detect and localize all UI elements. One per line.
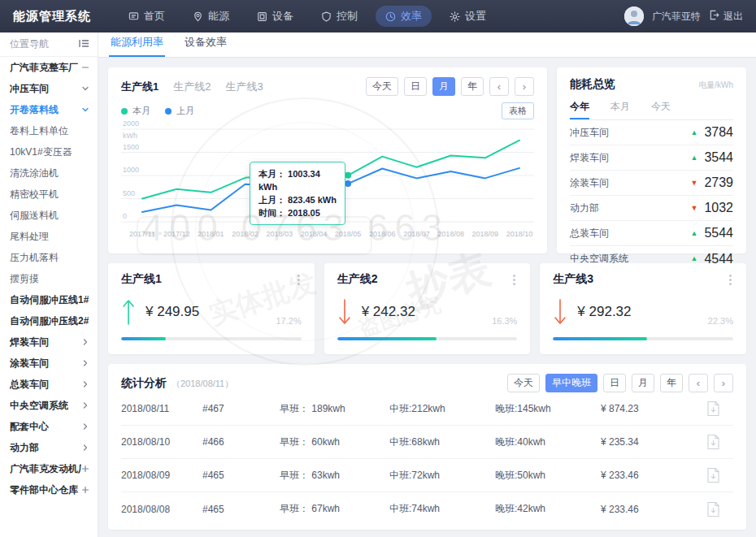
stat-card-percent: 22.3%	[708, 316, 733, 326]
cell-date: 2018/08/09	[121, 470, 202, 481]
sidebar-item-label: 摆剪摸	[10, 272, 39, 286]
avatar[interactable]	[624, 6, 644, 26]
sidebar-item-8[interactable]: 尾料处理	[0, 226, 98, 247]
stats-button-3[interactable]: 月	[632, 374, 654, 392]
stats-button-0[interactable]: 今天	[507, 374, 540, 392]
nav-item-label: 控制	[337, 9, 358, 24]
overview-title: 能耗总览	[570, 77, 615, 92]
sidebar-item-4[interactable]: 10kV1#变压器	[0, 141, 98, 162]
stats-button-6[interactable]: ›	[714, 374, 733, 392]
tab-0[interactable]: 能源利用率	[109, 30, 165, 57]
sidebar: 位置导航 广汽菲克整车厂冲压车间开卷落料线卷料上料单位10kV1#变压器清洗涂油…	[0, 32, 98, 537]
download-button[interactable]	[706, 501, 733, 518]
navbar-right: 广汽菲亚特 退出	[624, 6, 743, 26]
sidebar-item-label: 尾料处理	[10, 230, 49, 244]
settings-icon	[450, 11, 460, 22]
download-button[interactable]	[706, 401, 733, 417]
range-button-1[interactable]: 日	[404, 77, 427, 96]
chevron-right-icon	[81, 359, 89, 367]
kebab-menu-icon[interactable]	[296, 273, 302, 287]
cell-night: 晚班:42kwh	[495, 502, 601, 516]
kebab-menu-icon[interactable]	[511, 273, 517, 287]
range-button-4[interactable]: ‹	[489, 77, 509, 96]
range-button-0[interactable]: 今天	[366, 77, 398, 96]
cell-date: 2018/08/10	[121, 436, 202, 448]
svg-text:2018/05: 2018/05	[335, 230, 362, 238]
sidebar-item-6[interactable]: 精密校平机	[0, 184, 98, 205]
stats-title-wrap: 统计分析 （2018/08/11）	[121, 376, 233, 391]
sidebar-item-5[interactable]: 清洗涂油机	[0, 162, 98, 184]
nav-item-efficiency[interactable]: 效率	[376, 6, 432, 27]
tab-1[interactable]: 设备效率	[183, 30, 228, 57]
sidebar-item-0[interactable]: 广汽菲克整车厂	[0, 57, 98, 78]
range-button-3[interactable]: 年	[461, 77, 484, 96]
sidebar-item-label: 10kV1#变压器	[10, 145, 72, 159]
home-icon	[128, 11, 139, 22]
overview-row-label: 焊装车间	[570, 151, 609, 165]
sidebar-item-16[interactable]: 中央空调系统	[0, 395, 98, 416]
legend-dot	[121, 108, 128, 115]
sidebar-item-label: 焊装车间	[10, 336, 49, 349]
chart-legend-row: 本月上月 表格	[121, 102, 534, 119]
sidebar-item-1[interactable]: 冲压车间	[0, 78, 98, 99]
chart-range-buttons: 今天日月年‹›	[366, 77, 534, 96]
sidebar-item-label: 总装车间	[10, 378, 49, 392]
range-button-2[interactable]: 月	[432, 77, 455, 96]
overview-tab-2[interactable]: 今天	[651, 97, 671, 119]
kebab-menu-icon[interactable]	[728, 273, 733, 287]
line-tab-3[interactable]: 生产线3	[225, 80, 263, 94]
progress-fill	[337, 337, 437, 340]
efficiency-icon	[385, 11, 396, 22]
line-tab-2[interactable]: 生产线2	[173, 80, 211, 94]
nav-item-energy[interactable]: 能源	[183, 6, 239, 27]
minus-icon	[81, 63, 89, 71]
stat-card-2: 生产线2¥ 242.3216.3%	[324, 263, 531, 354]
stats-button-4[interactable]: 年	[660, 374, 683, 392]
collapse-icon[interactable]	[79, 39, 89, 50]
nav-item-device[interactable]: 设备	[247, 6, 303, 27]
trend-arrow-down-icon	[553, 298, 567, 326]
stats-button-2[interactable]: 日	[603, 374, 626, 392]
sidebar-item-13[interactable]: 焊装车间	[0, 331, 98, 353]
overview-tab-1[interactable]: 本月	[610, 97, 630, 119]
sidebar-item-10[interactable]: 摆剪摸	[0, 268, 98, 289]
table-row: 2018/08/11#467早班： 189kwh中班:212kwh晚班:145k…	[121, 392, 733, 426]
overview-tab-0[interactable]: 今年	[570, 97, 589, 119]
sidebar-item-14[interactable]: 涂装车间	[0, 353, 98, 374]
svg-text:1000: 1000	[123, 166, 139, 174]
sidebar-item-17[interactable]: 配套中心	[0, 416, 98, 437]
sidebar-item-2[interactable]: 开卷落料线	[0, 99, 98, 120]
nav-item-home[interactable]: 首页	[119, 6, 175, 27]
nav-item-settings[interactable]: 设置	[440, 6, 496, 27]
sidebar-item-3[interactable]: 卷料上料单位	[0, 120, 98, 141]
sidebar-item-12[interactable]: 自动伺服冲压线2#	[0, 310, 98, 331]
stats-button-1[interactable]: 早中晚班	[545, 374, 597, 392]
logout-button[interactable]: 退出	[709, 10, 743, 24]
range-button-5[interactable]: ›	[515, 77, 534, 96]
nav-item-control[interactable]: 控制	[311, 6, 367, 27]
sidebar-item-9[interactable]: 压力机落料	[0, 247, 98, 268]
sidebar-item-19[interactable]: 广汽菲克发动机厂	[0, 458, 98, 479]
overview-row-label: 总装车间	[570, 227, 609, 240]
stat-card-value-row: ¥ 292.3222.3%	[553, 298, 733, 326]
logout-icon	[709, 10, 719, 23]
chevron-down-icon	[81, 106, 89, 114]
cell-morning: 早班： 60kwh	[280, 435, 389, 449]
progress-bar	[121, 337, 302, 340]
line-tab-1[interactable]: 生产线1	[121, 80, 159, 94]
sidebar-item-11[interactable]: 自动伺服冲压线1#	[0, 289, 98, 310]
sidebar-item-7[interactable]: 伺服送料机	[0, 205, 98, 226]
trend-up-icon: ▲	[690, 154, 697, 162]
sidebar-item-15[interactable]: 总装车间	[0, 374, 98, 395]
plus-icon	[81, 465, 89, 473]
sidebar-item-18[interactable]: 动力部	[0, 437, 98, 458]
legend-label: 上月	[176, 105, 194, 117]
cell-night: 晚班:145kwh	[495, 402, 601, 416]
stats-button-5[interactable]: ‹	[689, 374, 708, 392]
download-button[interactable]	[706, 434, 733, 450]
table-view-button[interactable]: 表格	[502, 102, 534, 119]
plus-icon	[81, 486, 89, 494]
sidebar-item-20[interactable]: 零件部中心仓库	[0, 479, 98, 500]
download-button[interactable]	[706, 467, 733, 483]
line-chart: 0500100015002000kWh2017/112017/122018/01…	[121, 123, 534, 245]
